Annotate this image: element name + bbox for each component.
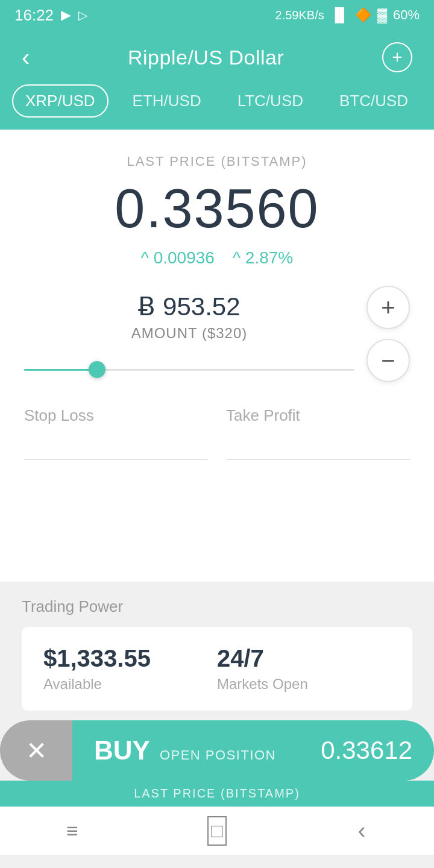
main-card: LAST PRICE (BITSTAMP) 0.33560 ^ 0.00936 …: [0, 130, 434, 582]
take-profit-input[interactable]: [226, 431, 410, 460]
price-change-abs: ^ 0.00936: [141, 248, 215, 268]
plus-icon: +: [381, 294, 395, 321]
status-bar: 16:22 ▶ ▷ 2.59KB/s ▐▌ 🔶 ▓ 60%: [0, 0, 434, 30]
status-right: 2.59KB/s ▐▌ 🔶 ▓ 60%: [275, 7, 420, 23]
tab-xrp-usd[interactable]: XRP/USD: [12, 84, 108, 118]
plus-icon: +: [392, 47, 403, 68]
available-value: $1,333.55: [43, 645, 217, 672]
cancel-button[interactable]: ✕: [0, 720, 72, 781]
page-title: Ripple/US Dollar: [128, 46, 284, 69]
trading-power-card: $1,333.55 Available 24/7 Markets Open: [22, 627, 412, 711]
minus-icon: −: [381, 347, 395, 374]
amount-controls: + −: [366, 286, 410, 382]
cancel-icon: ✕: [26, 736, 47, 766]
stop-loss-input[interactable]: [24, 431, 208, 460]
buy-label: BUY: [94, 735, 150, 766]
tab-eth-usd[interactable]: ETH/USD: [121, 86, 213, 116]
crypto-amount: 953.52: [163, 292, 240, 321]
bottom-nav: ≡ □ ‹: [0, 807, 434, 855]
buy-button[interactable]: BUY OPEN POSITION 0.33612: [72, 720, 434, 781]
stop-loss-label: Stop Loss: [24, 406, 208, 425]
tab-ltc-usd[interactable]: LTC/USD: [225, 86, 315, 116]
amount-usd: AMOUNT ($320): [24, 325, 354, 342]
nav-menu-button[interactable]: ≡: [54, 813, 90, 849]
add-button[interactable]: +: [382, 42, 412, 72]
buy-price: 0.33612: [321, 736, 412, 765]
crypto-symbol: Ƀ: [138, 292, 156, 321]
home-icon: □: [207, 816, 226, 846]
increase-button[interactable]: +: [366, 286, 410, 329]
header: ‹ Ripple/US Dollar +: [0, 30, 434, 84]
available-item: $1,333.55 Available: [43, 645, 217, 693]
back-nav-icon: ‹: [358, 818, 366, 844]
signal-icon: ▐▌: [330, 7, 349, 23]
slider-track: [24, 369, 354, 371]
youtube-icon: ▶: [61, 7, 71, 23]
available-label: Available: [43, 676, 217, 693]
trading-power-section: Trading Power $1,333.55 Available 24/7 M…: [0, 582, 434, 720]
sl-tp-section: Stop Loss Take Profit: [24, 406, 410, 460]
take-profit-field: Take Profit: [226, 406, 410, 460]
amount-section: Ƀ 953.52 AMOUNT ($320) + −: [24, 292, 410, 382]
battery-pct: 60%: [393, 7, 420, 23]
slider-fill: [24, 369, 97, 371]
price-label: LAST PRICE (BITSTAMP): [24, 154, 410, 169]
play-icon: ▷: [78, 8, 87, 22]
tab-btc-usd[interactable]: BTC/USD: [327, 86, 420, 116]
price-value: 0.33560: [24, 178, 410, 240]
nav-home-button[interactable]: □: [199, 813, 235, 849]
amount-value: Ƀ 953.52: [24, 292, 354, 321]
stop-loss-field: Stop Loss: [24, 406, 208, 460]
buy-label-group: BUY OPEN POSITION: [94, 735, 276, 766]
buy-section: ✕ BUY OPEN POSITION 0.33612: [0, 720, 434, 781]
price-change-pct: ^ 2.87%: [233, 248, 293, 268]
trading-power-title: Trading Power: [22, 597, 412, 616]
markets-item: 24/7 Markets Open: [217, 645, 391, 693]
slider-thumb[interactable]: [89, 361, 105, 378]
amount-slider[interactable]: [24, 357, 354, 382]
open-position-label: OPEN POSITION: [160, 747, 276, 763]
last-price-footer: LAST PRICE (BITSTAMP): [0, 781, 434, 807]
status-left: 16:22 ▶ ▷: [14, 6, 87, 25]
price-change: ^ 0.00936 ^ 2.87%: [24, 248, 410, 268]
battery-icon: ▓: [377, 7, 387, 23]
status-time: 16:22: [14, 6, 54, 25]
network-speed: 2.59KB/s: [275, 8, 324, 22]
back-button[interactable]: ‹: [22, 44, 30, 71]
markets-label: Markets Open: [217, 676, 391, 693]
menu-icon: ≡: [66, 819, 78, 843]
decrease-button[interactable]: −: [366, 339, 410, 382]
wifi-icon: 🔶: [355, 7, 371, 23]
pair-tabs: XRP/USD ETH/USD LTC/USD BTC/USD LTC/EUR: [0, 84, 434, 130]
markets-value: 24/7: [217, 645, 391, 672]
nav-back-button[interactable]: ‹: [344, 813, 380, 849]
take-profit-label: Take Profit: [226, 406, 410, 425]
amount-left: Ƀ 953.52 AMOUNT ($320): [24, 292, 354, 382]
